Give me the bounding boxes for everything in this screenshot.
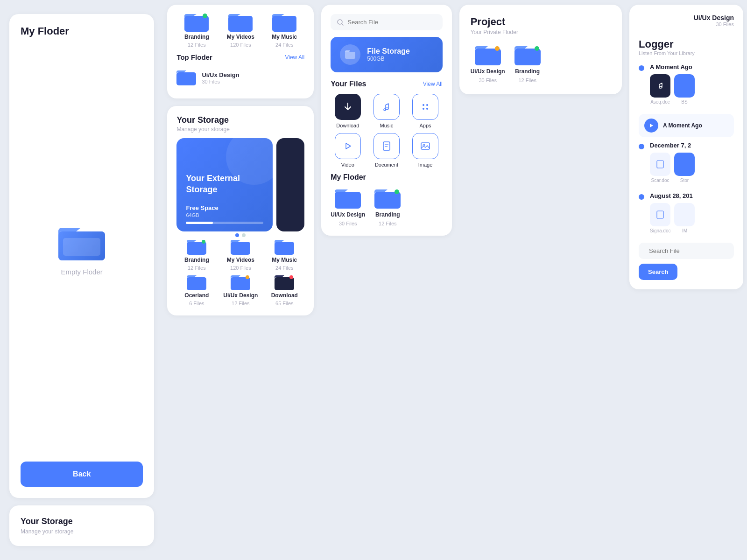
svg-rect-31 bbox=[335, 192, 361, 209]
document-icon bbox=[381, 141, 392, 151]
file-thumb-bs[interactable]: BS bbox=[674, 74, 695, 105]
free-space-info: Free Space 64GB bbox=[186, 204, 263, 224]
music-entry[interactable]: A Moment Ago bbox=[639, 114, 734, 137]
folder-count-branding-top: 12 Files bbox=[188, 42, 206, 48]
folder-item-mymusic-top[interactable]: My Music 24 Files bbox=[264, 12, 304, 48]
top-folder-viewall[interactable]: View All bbox=[285, 54, 304, 61]
dot-active[interactable] bbox=[235, 233, 239, 237]
search-submit-button[interactable]: Search bbox=[639, 264, 677, 280]
search-input-top[interactable] bbox=[347, 19, 436, 26]
folder-item-mymusic-b[interactable]: My Music 24 Files bbox=[264, 239, 304, 271]
svg-point-30 bbox=[423, 144, 425, 146]
svg-point-14 bbox=[246, 275, 249, 279]
pagination-dots bbox=[176, 233, 304, 237]
file-type-document[interactable]: Document bbox=[369, 133, 403, 168]
folder-count-branding-b: 12 Files bbox=[188, 265, 206, 271]
search-bar-top[interactable] bbox=[331, 14, 442, 30]
file-storage-info: File Storage 500GB bbox=[367, 47, 410, 62]
free-space-label: Free Space bbox=[186, 204, 263, 211]
my-folder-section-title: My Floder bbox=[331, 173, 442, 182]
folder-item-oceriand[interactable]: Oceriand 6 Files bbox=[176, 274, 217, 306]
folder-item-branding-top[interactable]: Branding 12 Files bbox=[176, 12, 217, 48]
svg-marker-25 bbox=[346, 143, 351, 149]
file-thumb-icon-aseq bbox=[650, 74, 670, 98]
svg-rect-11 bbox=[275, 242, 294, 255]
your-files-section: Your Files View All Download bbox=[331, 80, 442, 168]
project-folder-uiux-name: Ui/Ux Design bbox=[471, 68, 505, 75]
file-thumb-icon-stor bbox=[674, 153, 695, 176]
file-type-video[interactable]: Video bbox=[331, 133, 365, 168]
folder-item-myvideos-b[interactable]: My Videos 120 Files bbox=[220, 239, 261, 271]
folder-grid-bottom: Branding 12 Files My Videos 120 Files My… bbox=[176, 239, 304, 306]
video-icon-box bbox=[335, 133, 361, 159]
folder-pair-uiux-count: 30 Files bbox=[339, 221, 357, 226]
file-type-image[interactable]: Image bbox=[409, 133, 443, 168]
file-type-music[interactable]: Music bbox=[369, 94, 403, 128]
your-files-viewall[interactable]: View All bbox=[423, 81, 443, 87]
svg-rect-36 bbox=[514, 49, 541, 65]
svg-rect-12 bbox=[187, 277, 206, 290]
project-card: Project Your Private Floder Ui/Ux Design… bbox=[459, 5, 622, 94]
svg-point-23 bbox=[423, 108, 424, 110]
svg-rect-10 bbox=[231, 242, 250, 255]
file-thumb-row-aug: Signa.doc IM bbox=[650, 203, 734, 233]
svg-rect-29 bbox=[421, 143, 430, 149]
file-thumb-aseq-name: Aseq.doc bbox=[650, 99, 670, 105]
folder-pair-branding[interactable]: Branding 12 Files bbox=[374, 188, 401, 226]
file-thumb-scar[interactable]: Scar.doc bbox=[650, 153, 670, 183]
file-thumb-signa[interactable]: Signa.doc bbox=[650, 203, 670, 233]
search-icon-top bbox=[337, 19, 344, 26]
back-button[interactable]: Back bbox=[21, 462, 143, 487]
svg-marker-38 bbox=[650, 124, 653, 127]
file-thumb-signa-name: Signa.doc bbox=[650, 228, 670, 233]
file-type-music-label: Music bbox=[380, 123, 394, 128]
folder-row-top: Branding 12 Files My Videos 120 Files My… bbox=[176, 12, 304, 48]
folder-icon-myvideos-b bbox=[231, 239, 250, 255]
top-folders-card: Branding 12 Files My Videos 120 Files My… bbox=[167, 5, 314, 98]
file-type-apps[interactable]: Apps bbox=[409, 94, 443, 128]
folder-item-download-b[interactable]: Download 65 Files bbox=[264, 274, 304, 306]
file-type-download[interactable]: Download bbox=[331, 94, 365, 128]
file-thumb-stor[interactable]: Stor bbox=[674, 153, 695, 183]
svg-point-22 bbox=[426, 104, 428, 106]
folder-icon-uiux-b bbox=[231, 274, 250, 290]
music-play-button[interactable] bbox=[644, 119, 658, 133]
file-thumb-stor-name: Stor bbox=[680, 178, 689, 183]
top-folder-uiux[interactable]: Ui/Ux Design 30 Files bbox=[176, 66, 304, 89]
dot-inactive[interactable] bbox=[242, 233, 246, 237]
file-type-document-label: Document bbox=[375, 162, 398, 168]
svg-rect-39 bbox=[657, 161, 663, 168]
search-input-bottom[interactable] bbox=[649, 247, 727, 254]
storage-small-card: Your Storage Manage your storage bbox=[9, 505, 154, 546]
project-folder-branding[interactable]: Branding 12 Files bbox=[514, 45, 541, 83]
svg-rect-2 bbox=[63, 238, 100, 256]
file-type-download-label: Download bbox=[336, 123, 359, 128]
folder-item-uiux-b[interactable]: Ui/Ux Design 12 Files bbox=[220, 274, 261, 306]
music-entry-info: A Moment Ago bbox=[663, 122, 728, 129]
svg-rect-3 bbox=[184, 16, 209, 32]
svg-point-16 bbox=[289, 275, 293, 279]
play-icon-music bbox=[649, 123, 654, 128]
file-storage-banner: File Storage 500GB bbox=[331, 37, 442, 72]
storage-subtitle-small: Manage your storage bbox=[21, 528, 143, 535]
folder-item-myvideos-top[interactable]: My Videos 120 Files bbox=[220, 12, 261, 48]
folder-item-branding-b[interactable]: Branding 12 Files bbox=[176, 239, 217, 271]
file-thumb-im[interactable]: IM bbox=[674, 203, 695, 233]
project-folder-uiux[interactable]: Ui/Ux Design 30 Files bbox=[471, 45, 505, 83]
music-icon-box bbox=[374, 94, 400, 120]
project-folder-pair: Ui/Ux Design 30 Files Branding 12 Files bbox=[471, 45, 611, 83]
project-folder-uiux-count: 30 Files bbox=[479, 77, 497, 83]
folder-count-mymusic-top: 24 Files bbox=[275, 42, 294, 48]
file-thumb-aseq[interactable]: Aseq.doc bbox=[650, 74, 670, 105]
timeline-content-dec: December 7, 2 Scar.doc Stor bbox=[650, 142, 734, 183]
uiux-top-title: Ui/Ux Design bbox=[694, 14, 734, 21]
timeline-date-recent: A Moment Ago bbox=[650, 63, 734, 70]
folder-pair-uiux[interactable]: Ui/Ux Design 30 Files bbox=[331, 188, 365, 226]
ext-storage-banner: Your External Storage Free Space 64GB bbox=[176, 138, 273, 231]
your-storage-main-card: Your Storage Manage your storage Your Ex… bbox=[167, 106, 314, 315]
search-bar-bottom[interactable] bbox=[639, 243, 734, 259]
folder-icon-branding-b bbox=[187, 239, 206, 255]
folder-pair: Ui/Ux Design 30 Files Branding 12 Files bbox=[331, 188, 442, 226]
file-thumb-icon-scar bbox=[650, 153, 670, 176]
folder-count-mymusic-b: 24 Files bbox=[275, 265, 294, 271]
